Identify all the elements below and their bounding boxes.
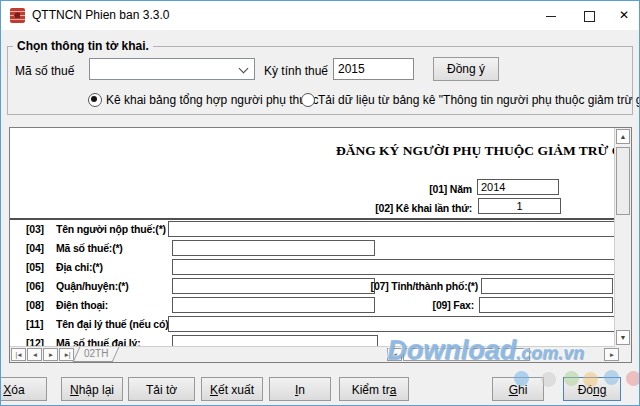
vertical-scrollbar[interactable]: ▲ ▼ [614, 128, 631, 347]
close-icon: ✕ [619, 8, 629, 22]
row11-label: Tên đại lý thuế (nếu có): [56, 318, 172, 330]
tax-code-label: Mã số thuế [15, 64, 74, 78]
phone-input[interactable] [172, 297, 375, 313]
tax-period-label: Kỳ tính thuế [264, 64, 328, 78]
address-input[interactable] [172, 259, 615, 275]
tax-period-input[interactable] [333, 58, 414, 80]
hscroll-right-button[interactable]: ► [604, 348, 619, 361]
print-button[interactable]: In [269, 377, 331, 401]
row04-label: Mã số thuế:(*) [56, 242, 123, 254]
sheet-nav-last-button[interactable]: ►| [59, 348, 74, 361]
radio-load-data[interactable] [301, 93, 315, 107]
declare-times-input[interactable] [478, 198, 561, 214]
row06-label: Quận/huyện:(*) [56, 280, 128, 292]
nav-last-icon: ►| [63, 351, 69, 358]
row04-no: [04] [26, 242, 44, 254]
sheet-nav-prev-button[interactable]: ◄ [27, 348, 42, 361]
scroll-up-icon: ▲ [620, 133, 627, 140]
watermark-dot [626, 371, 640, 386]
scroll-down-button[interactable]: ▼ [616, 330, 630, 345]
title-bar: QTTNCN Phien ban 3.3.0 ✕ [1, 1, 639, 30]
hscroll-left-button[interactable]: ◄ [387, 348, 402, 361]
check-button[interactable]: Kiểm tra [339, 377, 409, 401]
scroll-right-icon: ► [609, 351, 614, 358]
scroll-up-button[interactable]: ▲ [616, 129, 630, 144]
row09-label: [09] Fax: [420, 299, 474, 311]
group-title: Chọn thông tin tờ khai. [13, 39, 153, 53]
tax-code-combobox[interactable] [89, 58, 255, 80]
row06-no: [06] [26, 280, 44, 292]
close-button[interactable]: ✕ [608, 1, 640, 30]
sheet-tab-label: 02TH [77, 347, 115, 361]
sheet-nav-next-button[interactable]: ► [43, 348, 58, 361]
district-input[interactable] [172, 278, 375, 294]
row08-no: [08] [26, 299, 44, 311]
save-button[interactable]: Ghi [492, 377, 544, 401]
row05-no: [05] [26, 261, 44, 273]
document-panel: ĐĂNG KÝ NGƯỜI PHỤ THUỘC GIẢM TRỪ GIA [01… [9, 127, 632, 363]
nav-first-icon: |◄ [15, 351, 21, 358]
tax-code-input[interactable] [172, 240, 375, 256]
minimize-button[interactable] [533, 1, 569, 30]
scroll-down-icon: ▼ [620, 334, 627, 341]
row07-label: [07] Tỉnh/thành phố:(*) [370, 280, 478, 292]
section-divider [10, 218, 615, 220]
maximize-icon [584, 11, 595, 22]
vertical-scroll-thumb[interactable] [616, 147, 630, 215]
province-input[interactable] [481, 278, 613, 294]
minimize-icon [546, 16, 556, 17]
horizontal-scroll-thumb[interactable] [403, 348, 530, 361]
nav-next-icon: ► [48, 351, 53, 358]
re-enter-button[interactable]: Nhập lại [61, 377, 123, 401]
close-form-button[interactable]: Đóng [563, 377, 621, 401]
nav-prev-icon: ◄ [32, 351, 37, 358]
fax-input[interactable] [479, 297, 613, 313]
declare-times-label: [02] Kê khai lần thứ: [310, 202, 472, 214]
app-window: QTTNCN Phien ban 3.3.0 ✕ Chọn thông tin … [0, 0, 640, 406]
year-label: [01] Năm [340, 183, 472, 195]
confirm-button[interactable]: Đồng ý [433, 57, 499, 81]
taxpayer-name-input[interactable] [168, 221, 615, 237]
delete-button[interactable]: Xóa [0, 377, 47, 401]
row03-no: [03] [26, 223, 44, 235]
maximize-button[interactable] [571, 1, 607, 30]
radio-declare-summary[interactable] [88, 93, 102, 107]
row11-no: [11] [26, 318, 43, 330]
scroll-left-icon: ◄ [392, 351, 397, 358]
agent-name-input[interactable] [168, 316, 615, 332]
year-input[interactable] [477, 179, 559, 195]
sheet-tab-02th[interactable]: 02TH [73, 347, 120, 362]
window-title: QTTNCN Phien ban 3.3.0 [32, 1, 169, 30]
load-declaration-button[interactable]: Tải tờ khai [128, 377, 195, 401]
radio-declare-summary-label[interactable]: Kê khai bảng tổng hợp người phụ thuộc [106, 93, 319, 107]
export-button[interactable]: Kết xuất [201, 377, 263, 401]
sheet-bar: |◄ ◄ ► ►| 02TH ◄ ► [10, 346, 631, 362]
app-icon [10, 8, 25, 23]
row08-label: Điện thoại: [56, 299, 108, 311]
row03-label: Tên người nộp thuế:(*) [56, 223, 166, 235]
sheet-nav-first-button[interactable]: |◄ [11, 348, 26, 361]
row05-label: Địa chỉ:(*) [56, 261, 103, 273]
chevron-down-icon [239, 64, 249, 74]
radio-load-data-label[interactable]: Tải dữ liệu từ bảng kê "Thông tin người … [318, 93, 640, 107]
document-title: ĐĂNG KÝ NGƯỜI PHỤ THUỘC GIẢM TRỪ GIA [336, 143, 632, 159]
